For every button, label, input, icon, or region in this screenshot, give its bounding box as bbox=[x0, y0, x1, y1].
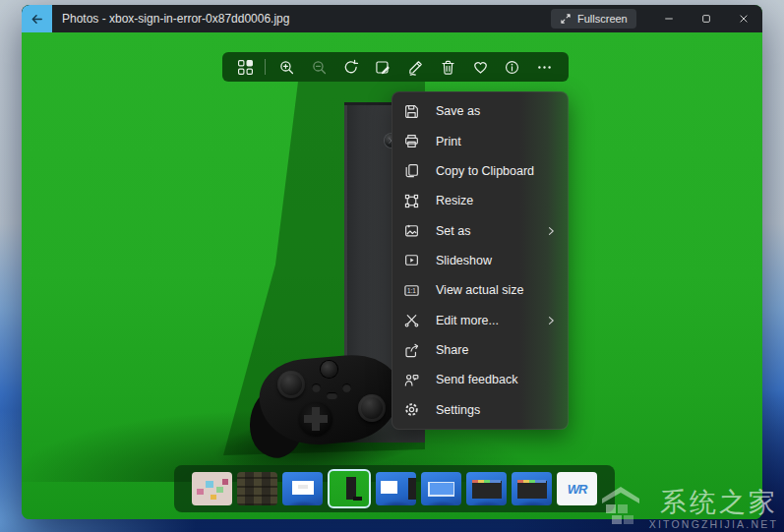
close-icon bbox=[738, 13, 750, 25]
magnifier-plus-icon bbox=[278, 59, 295, 76]
controller-right-stick bbox=[358, 394, 386, 422]
rotate-arrow-icon bbox=[342, 59, 359, 76]
menu-item-settings[interactable]: Settings bbox=[392, 395, 569, 425]
copy-icon bbox=[403, 162, 420, 179]
controller-left-stick bbox=[277, 371, 305, 398]
gear-icon bbox=[403, 401, 420, 418]
resize-frame-icon bbox=[403, 193, 420, 209]
heart-icon bbox=[472, 59, 489, 76]
menu-item-set-as[interactable]: Set as bbox=[392, 215, 569, 245]
fullscreen-button[interactable]: Fullscreen bbox=[551, 9, 636, 29]
feedback-person-icon bbox=[403, 372, 420, 388]
play-rectangle-icon bbox=[403, 252, 420, 268]
filmstrip-thumbnail-6[interactable] bbox=[421, 472, 461, 505]
grid-gallery-icon bbox=[237, 59, 254, 76]
wr-logo: WR bbox=[568, 482, 587, 497]
filmstrip-thumbnail-7[interactable] bbox=[466, 472, 507, 505]
see-all-photos-button[interactable] bbox=[230, 52, 260, 82]
scissors-icon bbox=[403, 312, 420, 328]
see-more-context-menu: Save as Print Copy to Clipboard Resize bbox=[392, 91, 569, 430]
chevron-right-icon bbox=[545, 225, 557, 237]
menu-item-resize[interactable]: Resize bbox=[392, 186, 569, 215]
controller-view-button bbox=[312, 384, 321, 392]
menu-item-view-actual-size[interactable]: 1:1 View actual size bbox=[392, 275, 569, 305]
fullscreen-label: Fullscreen bbox=[577, 13, 628, 25]
favorite-button[interactable] bbox=[464, 52, 497, 82]
back-arrow-icon bbox=[30, 12, 44, 27]
window-title: Photos - xbox-sign-in-error-0x87dd0006.j… bbox=[62, 12, 289, 26]
zoom-out-button[interactable] bbox=[303, 52, 335, 82]
titlebar[interactable]: Photos - xbox-sign-in-error-0x87dd0006.j… bbox=[22, 5, 762, 32]
maximize-button[interactable] bbox=[688, 5, 725, 32]
menu-item-save-as[interactable]: Save as bbox=[392, 96, 569, 126]
controller-menu-button bbox=[342, 384, 351, 392]
controller-dpad bbox=[299, 402, 332, 436]
menu-item-edit-more[interactable]: Edit more... bbox=[392, 306, 569, 335]
menu-item-slideshow[interactable]: Slideshow bbox=[392, 246, 569, 275]
image-sparkle-icon bbox=[403, 222, 420, 239]
filmstrip-thumbnail-1[interactable] bbox=[192, 472, 232, 505]
zoom-in-button[interactable] bbox=[271, 52, 303, 82]
menu-item-copy-to-clipboard[interactable]: Copy to Clipboard bbox=[392, 156, 569, 186]
magnifier-minus-icon bbox=[311, 59, 328, 76]
image-pencil-icon bbox=[375, 59, 392, 76]
see-more-button[interactable] bbox=[528, 52, 561, 82]
fullscreen-icon bbox=[560, 13, 572, 25]
maximize-icon bbox=[700, 13, 712, 25]
filmstrip-thumbnail-8[interactable] bbox=[512, 472, 552, 505]
xbox-controller bbox=[252, 347, 405, 457]
filmstrip-thumbnail-9[interactable]: WR bbox=[557, 472, 597, 505]
filmstrip-thumbnail-3[interactable] bbox=[282, 472, 323, 505]
info-circle-icon bbox=[504, 59, 520, 76]
ink-pen-icon bbox=[407, 59, 424, 76]
back-button[interactable] bbox=[22, 5, 52, 32]
ellipsis-icon bbox=[536, 59, 553, 76]
photo-toolbar bbox=[222, 52, 569, 82]
draw-button[interactable] bbox=[399, 52, 432, 82]
file-info-button[interactable] bbox=[496, 52, 528, 82]
edit-image-button[interactable] bbox=[367, 52, 399, 82]
controller-xbox-button bbox=[321, 361, 337, 378]
menu-item-share[interactable]: Share bbox=[392, 335, 569, 365]
filmstrip: WR bbox=[174, 465, 615, 512]
filmstrip-thumbnail-5[interactable] bbox=[376, 472, 416, 505]
menu-item-send-feedback[interactable]: Send feedback bbox=[392, 365, 569, 394]
delete-button[interactable] bbox=[432, 52, 464, 82]
minimize-button[interactable] bbox=[650, 5, 688, 32]
printer-icon bbox=[403, 133, 420, 149]
controller-share-button bbox=[327, 392, 337, 399]
one-to-one-icon: 1:1 bbox=[403, 282, 420, 299]
toolbar-separator bbox=[265, 59, 266, 75]
filmstrip-thumbnail-4-selected[interactable] bbox=[328, 469, 371, 508]
trash-can-icon bbox=[440, 59, 456, 76]
photos-app-window: Photos - xbox-sign-in-error-0x87dd0006.j… bbox=[22, 5, 762, 519]
filmstrip-thumbnail-2[interactable] bbox=[237, 472, 277, 505]
rotate-button[interactable] bbox=[335, 52, 368, 82]
floppy-disk-icon bbox=[403, 103, 420, 120]
close-button[interactable] bbox=[725, 5, 762, 32]
share-arrow-icon bbox=[403, 342, 420, 359]
svg-text:1:1: 1:1 bbox=[407, 287, 416, 294]
photo-canvas: Save as Print Copy to Clipboard Resize bbox=[22, 32, 762, 519]
caption-buttons bbox=[650, 5, 762, 32]
menu-item-print[interactable]: Print bbox=[392, 126, 569, 155]
minimize-icon bbox=[663, 13, 675, 25]
chevron-right-icon bbox=[545, 315, 557, 326]
watermark-domain: XITONGZHIJIA.NET bbox=[649, 518, 778, 530]
